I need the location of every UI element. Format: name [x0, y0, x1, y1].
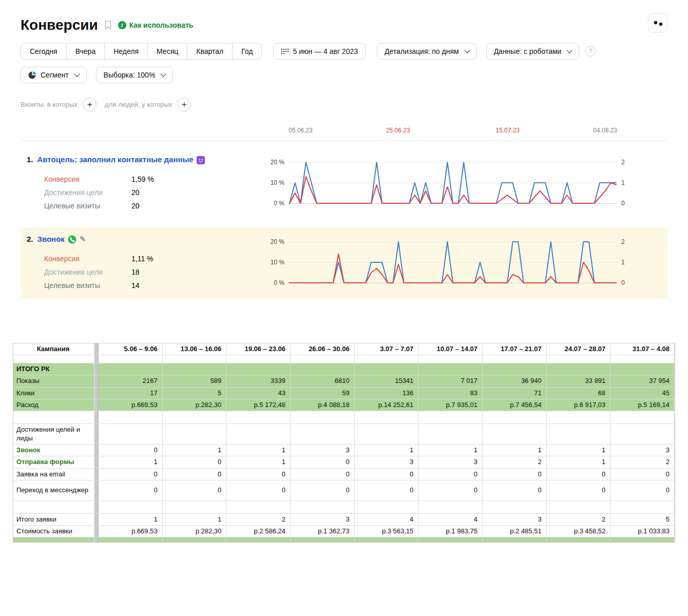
table-cell: р.5 172,48: [226, 399, 291, 411]
table-cell: 2: [610, 456, 675, 468]
plus-icon: +: [87, 100, 92, 109]
column-resize-handle[interactable]: [94, 343, 99, 355]
table-splitter: [94, 469, 99, 480]
goal-metrics: Конверсия1,59 %Достижения цели20Целевые …: [44, 175, 260, 210]
table-cell: 3: [291, 514, 355, 526]
table-cell: 1: [99, 456, 163, 468]
table-cell: 0: [610, 480, 675, 501]
table-cell: [163, 537, 227, 542]
row-label: Отправка формы: [13, 456, 94, 468]
widget-button[interactable]: [648, 13, 667, 33]
sampling-button[interactable]: Выборка: 100%: [96, 67, 174, 83]
goal-title-wrap: Автоцель: заполнил контактные данные: [37, 154, 205, 166]
sampling-label: Выборка: 100%: [104, 71, 156, 79]
question-icon[interactable]: ?: [585, 46, 596, 56]
column-header: 17.07 – 21.07: [483, 343, 547, 355]
table-cell: 0: [355, 469, 419, 480]
metric-row: Достижения цели20: [44, 188, 260, 197]
row-label: Расход: [13, 399, 94, 411]
table-cell: [163, 424, 227, 445]
table-cell: 83: [418, 388, 483, 399]
segment-button[interactable]: Сегмент: [21, 67, 87, 83]
axis-tick-label: 10 %: [268, 179, 284, 186]
metric-label: Достижения цели: [44, 188, 131, 197]
row-label: [13, 537, 94, 542]
add-people-filter-button[interactable]: +: [177, 98, 191, 111]
table-cell: [418, 363, 483, 375]
period-button[interactable]: Вчера: [66, 43, 105, 60]
row-label: Стоимость заявки: [13, 526, 94, 537]
period-button[interactable]: Квартал: [187, 43, 233, 60]
goal-title-link[interactable]: Звонок: [37, 235, 65, 243]
table-row: [13, 411, 675, 424]
right-axis-labels: 210: [617, 238, 630, 287]
table-splitter: [94, 375, 99, 387]
conversions-page: Конверсии i Как использовать СегодняВчер…: [0, 0, 688, 543]
table-splitter: [94, 399, 99, 411]
table-cell: [99, 537, 163, 542]
axis-tick-label: 20 %: [268, 159, 284, 166]
axis-spacer: [21, 127, 289, 135]
date-range-button[interactable]: 5 июн — 4 авг 2023: [273, 43, 366, 60]
table-cell: 1: [226, 456, 291, 468]
axis-date-label: 25.06.23: [386, 127, 410, 134]
period-button[interactable]: Неделя: [104, 43, 148, 60]
table-cell: [418, 537, 483, 542]
table-cell: 2: [226, 514, 291, 526]
table-row: Переход в мессенджер000000000: [13, 480, 675, 501]
table-cell: р.2 485,51: [483, 526, 547, 537]
metric-value: 1,59 %: [131, 175, 154, 183]
right-axis-labels: 210: [617, 158, 630, 207]
table-cell: [163, 411, 227, 424]
table-cell: [547, 411, 611, 424]
plus-icon: +: [182, 100, 187, 109]
table-cell: [226, 501, 291, 514]
table-cell: [226, 363, 291, 375]
table-cell: 0: [99, 469, 163, 480]
table-row: Стоимость заявкир.669,53р.282,30р.2 586,…: [13, 526, 675, 537]
table-cell: [547, 501, 611, 514]
calendar-dots-icon: [281, 48, 289, 55]
table-cell: 15341: [355, 375, 419, 387]
table-cell: [547, 537, 611, 542]
add-visit-filter-button[interactable]: +: [83, 98, 97, 111]
row-label: [13, 501, 94, 514]
goal-title-line: 2.Звонок✎: [27, 234, 260, 245]
table-cell: 1: [547, 445, 611, 456]
period-button[interactable]: Сегодня: [21, 43, 67, 60]
info-icon: i: [118, 21, 126, 29]
data-mode-button[interactable]: Данные: с роботами: [486, 43, 580, 60]
period-button[interactable]: Месяц: [147, 43, 187, 60]
metric-row: Конверсия1,59 %: [44, 175, 260, 183]
table-cell: 1: [355, 445, 419, 456]
table-cell: [483, 424, 547, 445]
table-row: Звонок011311113: [13, 445, 675, 456]
period-button[interactable]: Год: [232, 43, 262, 60]
table-cell: 5: [163, 388, 227, 399]
table-cell: 1: [226, 445, 291, 456]
table-row: [13, 501, 675, 514]
people-filter-label: для людей, у которых: [105, 101, 172, 108]
table-cell: 3: [355, 456, 419, 468]
table-splitter: [94, 526, 99, 537]
metric-value: 14: [131, 281, 140, 290]
table-cell: 3: [483, 514, 547, 526]
table-cell: 0: [483, 469, 547, 480]
table-splitter: [94, 411, 99, 424]
table-cell: [610, 355, 675, 363]
bookmark-button[interactable]: [104, 21, 112, 30]
pencil-icon[interactable]: ✎: [80, 234, 86, 245]
detalization-button[interactable]: Детализация: по дням: [377, 43, 477, 60]
axis-tick-label: 1: [621, 179, 630, 186]
table-cell: 43: [226, 388, 291, 399]
table-splitter: [94, 355, 99, 363]
table-splitter: [94, 424, 99, 445]
table-cell: 3: [610, 445, 675, 456]
table-cell: 0: [483, 480, 547, 501]
data-mode-label: Данные: с роботами: [494, 47, 562, 55]
how-to-use-link[interactable]: Как использовать: [129, 21, 194, 29]
table-cell: 0: [547, 469, 611, 480]
goal-title-link[interactable]: Автоцель: заполнил контактные данные: [37, 155, 194, 164]
table-cell: р.1 362,73: [291, 526, 355, 537]
table-cell: [99, 355, 163, 363]
